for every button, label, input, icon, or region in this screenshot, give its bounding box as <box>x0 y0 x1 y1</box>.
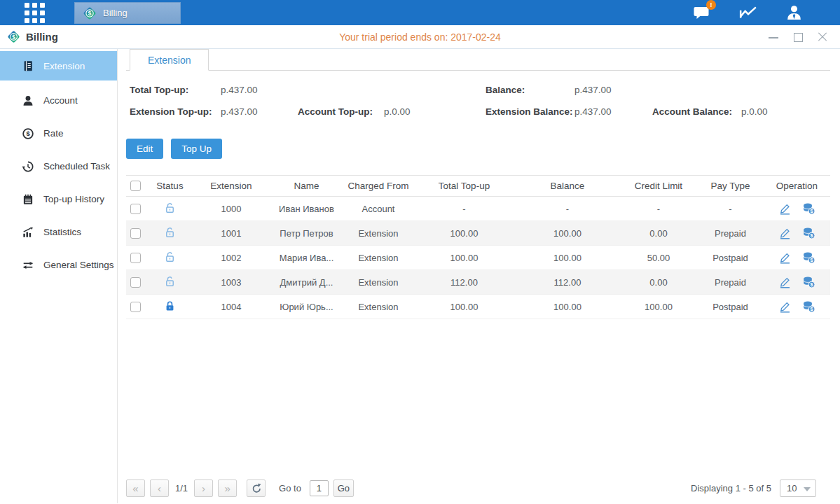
refresh-icon <box>251 483 261 493</box>
row-checkbox[interactable] <box>130 253 141 263</box>
notifications-icon[interactable]: ! <box>693 4 711 21</box>
app-launcher-icon[interactable] <box>25 3 45 23</box>
table-header-row: Status Extension Name Charged From Total… <box>126 175 830 197</box>
account-topup-label: Account Top-up: <box>298 106 373 117</box>
trial-notice: Your trial period ends on: 2017-02-24 <box>0 31 840 43</box>
sidebar-item-statistics[interactable]: Statistics <box>0 216 117 248</box>
next-page-button[interactable]: › <box>194 479 213 497</box>
sidebar-item-scheduled-task[interactable]: Scheduled Task <box>0 150 117 183</box>
sidebar-item-general-settings[interactable]: General Settings <box>0 248 117 281</box>
row-checkbox[interactable] <box>130 228 141 239</box>
svg-text:$: $ <box>12 34 15 41</box>
sidebar-item-account[interactable]: Account <box>0 84 117 117</box>
maximize-icon[interactable] <box>793 32 803 42</box>
pay-type: - <box>697 204 764 214</box>
sidebar-item-label: Extension <box>43 61 85 71</box>
statistics-icon <box>22 226 34 239</box>
go-button[interactable]: Go <box>333 479 354 497</box>
edit-row-icon[interactable] <box>778 251 792 264</box>
row-checkbox[interactable] <box>130 277 141 288</box>
general-settings-icon <box>22 259 34 272</box>
last-page-icon: » <box>224 482 230 494</box>
sidebar-item-label: Top-up History <box>43 194 104 204</box>
unlocked-icon <box>164 226 176 239</box>
sidebar-item-label: General Settings <box>43 260 114 270</box>
col-pay-type: Pay Type <box>697 181 764 191</box>
extension-name: Дмитрий Д... <box>270 277 343 288</box>
balance: 100.00 <box>515 253 620 263</box>
user-account-icon[interactable] <box>785 4 804 21</box>
balance-summary: Total Top-up: p.437.00 Balance: p.437.00… <box>126 85 830 130</box>
resource-monitor-icon[interactable] <box>739 4 757 21</box>
prev-page-icon: ‹ <box>158 482 161 494</box>
col-total-topup: Total Top-up <box>413 181 515 191</box>
page-size-value: 10 <box>787 483 797 493</box>
row-checkbox[interactable] <box>130 204 141 214</box>
goto-page-input[interactable] <box>310 480 329 496</box>
last-page-button[interactable]: » <box>218 479 237 497</box>
sidebar-item-label: Account <box>43 95 78 106</box>
col-charged-from: Charged From <box>343 181 413 191</box>
charged-from: Account <box>343 204 413 214</box>
close-icon[interactable] <box>818 32 827 42</box>
billing-app-icon: $ <box>82 6 97 21</box>
extension-topup-value: p.437.00 <box>221 106 258 117</box>
charged-from: Extension <box>343 302 413 312</box>
row-checkbox[interactable] <box>130 302 141 312</box>
topup-history-icon <box>22 193 34 206</box>
first-page-button[interactable]: « <box>126 479 145 497</box>
displaying-status: Displaying 1 - 5 of 5 <box>691 483 771 493</box>
pay-type: Prepaid <box>697 277 764 288</box>
extension-icon <box>22 59 34 72</box>
sidebar-item-extension[interactable]: Extension <box>0 51 117 80</box>
sidebar-item-topup-history[interactable]: Top-up History <box>0 183 117 216</box>
tab-extension[interactable]: Extension <box>130 49 209 71</box>
table-row: 1001 Петр Петров Extension 100.00 100.00… <box>126 221 830 246</box>
total-topup: 100.00 <box>413 253 515 263</box>
edit-row-icon[interactable] <box>778 227 792 239</box>
page-indicator: 1/1 <box>175 483 188 493</box>
taskbar-tab-billing[interactable]: $ Billing <box>74 2 181 24</box>
next-page-icon: › <box>202 482 205 494</box>
svg-text:$: $ <box>26 130 30 137</box>
page-size-select[interactable]: 10 <box>780 479 816 497</box>
extension-table: Status Extension Name Charged From Total… <box>126 175 830 319</box>
top-up-row-icon[interactable]: $ <box>802 300 815 313</box>
top-up-row-icon[interactable]: $ <box>802 276 815 288</box>
extension-number: 1003 <box>193 277 270 288</box>
billing-window-icon: $ <box>6 29 21 44</box>
locked-icon <box>164 300 176 312</box>
charged-from: Extension <box>343 253 413 263</box>
extension-name: Иван Иванов <box>270 204 343 214</box>
notification-badge: ! <box>706 0 716 10</box>
charged-from: Extension <box>343 228 413 239</box>
top-up-row-icon[interactable]: $ <box>802 227 815 239</box>
total-topup: - <box>413 204 515 214</box>
col-status: Status <box>147 181 193 191</box>
edit-button[interactable]: Edit <box>126 139 163 159</box>
unlocked-icon <box>164 202 176 214</box>
refresh-button[interactable] <box>247 479 266 497</box>
edit-row-icon[interactable] <box>778 276 792 288</box>
total-topup-label: Total Top-up: <box>130 85 188 95</box>
sidebar-item-rate[interactable]: $ Rate <box>0 117 117 150</box>
table-row: 1000 Иван Иванов Account - - - - <box>126 197 830 221</box>
sidebar-item-label: Scheduled Task <box>43 161 110 172</box>
select-all-checkbox[interactable] <box>130 181 141 191</box>
col-name: Name <box>270 181 343 191</box>
edit-row-icon[interactable] <box>778 202 792 215</box>
top-up-button[interactable]: Top Up <box>171 139 222 159</box>
unlocked-icon <box>164 275 176 288</box>
top-up-row-icon[interactable]: $ <box>802 202 815 215</box>
prev-page-button[interactable]: ‹ <box>150 479 169 497</box>
credit-limit: 0.00 <box>620 277 697 288</box>
sidebar: Extension Account $ Rate Scheduled Task <box>0 49 118 503</box>
col-credit-limit: Credit Limit <box>620 181 697 191</box>
account-topup-value: p.0.00 <box>384 106 411 117</box>
top-up-row-icon[interactable]: $ <box>802 251 815 264</box>
svg-text:$: $ <box>88 10 92 17</box>
edit-row-icon[interactable] <box>778 300 792 313</box>
unlocked-icon <box>164 251 176 263</box>
window-title: Billing <box>26 31 58 43</box>
minimize-icon[interactable] <box>769 32 778 42</box>
